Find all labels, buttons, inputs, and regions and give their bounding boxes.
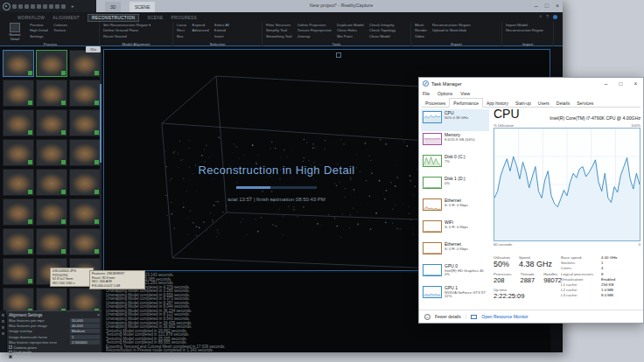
ribbon-button[interactable]: Box	[177, 34, 186, 39]
image-thumbnail[interactable]	[69, 228, 101, 255]
tm-tab-details[interactable]: Details	[553, 99, 573, 107]
checkbox-icon[interactable]	[9, 351, 12, 354]
tm-tab-processes[interactable]: Processes	[422, 99, 449, 107]
image-thumbnail[interactable]	[3, 198, 34, 226]
qat-icon[interactable]	[24, 4, 29, 9]
ribbon-button[interactable]: Mix Paint	[337, 34, 364, 39]
view-tab-scene[interactable]: SCENE	[130, 2, 155, 12]
ribbon-button[interactable]: Settings	[30, 34, 48, 39]
view-tab-3d[interactable]: 3D	[105, 2, 121, 12]
ribbon-big-button[interactable]: Normal Detail	[5, 23, 24, 41]
open-resource-monitor-link[interactable]: Open Resource Monitor	[481, 314, 528, 319]
image-thumbnail[interactable]	[3, 139, 34, 166]
ribbon-button[interactable]: Invert	[214, 34, 230, 39]
perf-sidebar-item[interactable]: GPU 1 NVIDIA GeForce GTX 97 22%	[421, 284, 489, 306]
perf-sidebar-item[interactable]: Ethernet S: 0 R: 0 Kbps	[421, 240, 489, 262]
tm-tab-performance[interactable]: Performance	[449, 98, 483, 108]
add-view-tab-button[interactable]: +	[71, 3, 74, 9]
ribbon-button[interactable]: Reset Ground	[103, 34, 150, 39]
rc-close-button[interactable]: ×	[556, 1, 559, 11]
setting-value[interactable]: 2.000000	[70, 340, 100, 345]
panel-tab-icon[interactable]	[2, 326, 4, 329]
setting-value[interactable]: 10,000	[70, 318, 100, 323]
image-thumbnail[interactable]	[69, 109, 101, 136]
ribbon-tab-alignment[interactable]: ALIGNMENT	[52, 16, 80, 20]
ribbon-tab-scene[interactable]: SCENE	[147, 16, 163, 20]
tm-tab-users[interactable]: Users	[535, 99, 553, 107]
setting-value[interactable]: 40,000	[70, 324, 100, 328]
ribbon-button[interactable]: Smoothing Tool	[266, 34, 292, 39]
image-thumbnail[interactable]	[36, 80, 67, 107]
image-thumbnail[interactable]	[69, 169, 101, 196]
ribbon-button[interactable]: Clean Model	[369, 34, 396, 39]
images-scrollbar[interactable]	[100, 49, 102, 352]
ribbon-button[interactable]: Advanced	[192, 28, 208, 33]
setting-row[interactable]: Max feature reprojection error 2.000000	[9, 339, 100, 345]
checkbox-icon[interactable]	[9, 355, 12, 359]
about-icon[interactable]	[553, 15, 557, 19]
image-thumbnail[interactable]	[3, 80, 34, 107]
perf-sidebar-item[interactable]: Disk 0 (C:) 7%	[421, 153, 489, 175]
image-thumbnail[interactable]	[3, 228, 34, 255]
setting-checkbox-row[interactable]: Advanced	[9, 354, 100, 359]
fewer-details-button[interactable]: Fewer details	[435, 314, 461, 319]
perf-sidebar-item[interactable]: GPU 0 Intel(R) HD Graphics 46 0%	[421, 262, 489, 284]
qat-icon[interactable]	[31, 4, 35, 9]
qat-icon[interactable]	[12, 4, 17, 9]
viewport-gizmo-icon[interactable]	[336, 52, 341, 58]
collapse-ribbon-icon[interactable]: ˄	[539, 14, 542, 19]
ribbon-tab-progress[interactable]: PROGRESS	[171, 16, 197, 20]
image-thumbnail[interactable]	[3, 258, 34, 285]
qat-icon[interactable]	[43, 4, 47, 9]
setting-value[interactable]: 1	[70, 335, 100, 339]
image-thumbnail[interactable]	[69, 80, 101, 107]
help-icon[interactable]: ?	[546, 14, 549, 19]
image-thumbnail[interactable]	[3, 50, 34, 77]
perf-sidebar-item[interactable]: Disk 1 (D:) 0%	[421, 175, 489, 197]
ribbon-button[interactable]: Texture	[53, 28, 67, 33]
image-thumbnail[interactable]	[36, 109, 67, 136]
ribbon-tab-workflow[interactable]: WORKFLOW	[18, 16, 45, 20]
tm-close-button[interactable]: ×	[628, 78, 643, 89]
qat-icon[interactable]	[55, 4, 60, 9]
menu-file[interactable]: File	[423, 91, 430, 96]
tm-minimize-button[interactable]: –	[598, 78, 613, 89]
menu-options[interactable]: Options	[438, 91, 452, 96]
tm-maximize-button[interactable]: □	[613, 78, 628, 89]
image-thumbnail[interactable]	[36, 228, 67, 255]
setting-value[interactable]: Medium	[70, 329, 100, 333]
ribbon-button[interactable]: Upload to Sketchfab	[432, 28, 470, 33]
tm-tab-start-up[interactable]: Start-up	[512, 99, 535, 107]
ribbon-tab-reconstruction[interactable]: RECONSTRUCTION	[88, 14, 140, 22]
images-filter-button[interactable]: 1Ds	[86, 46, 101, 52]
menu-view[interactable]: View	[460, 91, 470, 96]
qat-icon[interactable]	[61, 4, 66, 9]
ribbon-button[interactable]: Reconstruction Region	[506, 28, 543, 33]
tm-tab-services[interactable]: Services	[573, 99, 597, 107]
image-thumbnail[interactable]	[69, 139, 101, 166]
image-thumbnail[interactable]	[3, 109, 34, 136]
panel-tab-icon[interactable]	[2, 320, 4, 323]
panel-tab-icon[interactable]	[2, 314, 4, 317]
qat-icon[interactable]	[18, 4, 23, 9]
close-panel-icon[interactable]: ×	[97, 312, 100, 317]
rc-maximize-button[interactable]: □	[545, 1, 549, 11]
image-thumbnail[interactable]	[3, 169, 34, 196]
ribbon-button[interactable]: Video	[415, 34, 427, 39]
perf-sidebar-item[interactable]: CPU 50% 4.38 GHz	[421, 109, 489, 131]
image-thumbnail[interactable]	[36, 198, 67, 226]
image-thumbnail[interactable]	[69, 50, 101, 77]
image-thumbnail[interactable]	[36, 169, 67, 196]
image-thumbnail[interactable]	[69, 198, 101, 226]
perf-sidebar-item[interactable]: Ethernet S: 0 R: 0 Kbps	[421, 197, 489, 219]
checkbox-icon[interactable]	[9, 345, 12, 349]
rc-minimize-button[interactable]: –	[535, 1, 538, 11]
perf-sidebar-item[interactable]: Memory 8.6/15.9 GB (54%)	[421, 131, 489, 153]
ribbon-button[interactable]: Unwrap	[298, 34, 332, 39]
perf-sidebar-item[interactable]: WiFi S: 0 R: 0 Kbps	[421, 219, 489, 240]
chevron-up-circle-icon[interactable]: ˄	[424, 314, 430, 320]
image-thumbnail[interactable]	[36, 50, 67, 77]
qat-icon[interactable]	[37, 4, 41, 9]
image-thumbnail[interactable]	[36, 139, 67, 166]
tm-tab-app-history[interactable]: App history	[483, 99, 512, 107]
